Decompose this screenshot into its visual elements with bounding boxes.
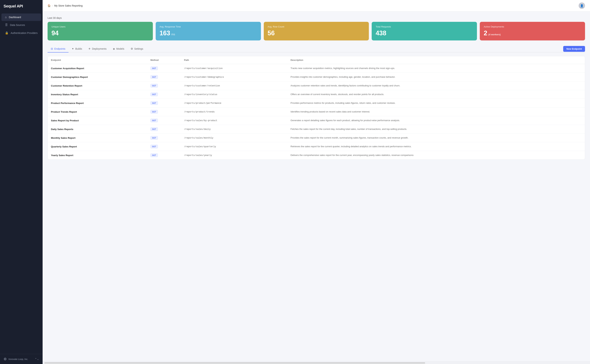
sidebar-footer: ⚙ Innovate Loop, Inc. ⌃⌄ — [0, 354, 43, 364]
table-row[interactable]: Yearly Sales Report GET /reports/sales/y… — [48, 151, 585, 160]
builds-icon: ✦ — [72, 47, 74, 50]
endpoint-method: GET — [147, 64, 181, 73]
endpoint-method: GET — [147, 108, 181, 116]
table-row[interactable]: Quarterly Sales Report GET /reports/sale… — [48, 142, 585, 151]
endpoint-name: Customer Retention Report — [48, 81, 147, 90]
col-header-endpoint: Endpoint — [48, 56, 147, 64]
endpoint-description: Generates a report detailing sales figur… — [287, 116, 585, 125]
col-header-path: Path — [181, 56, 287, 64]
tab-endpoints[interactable]: ⊟ Endpoints — [48, 46, 69, 52]
endpoint-path: /reports/sales/by-product — [181, 116, 287, 125]
endpoint-path: /reports/sales/yearly — [181, 151, 287, 160]
endpoint-path: /reports/sales/quarterly — [181, 142, 287, 151]
endpoint-name: Sales Report by Product — [48, 116, 147, 125]
endpoint-path: /reports/inventory/status — [181, 90, 287, 99]
stat-value: 2 (4 workers) — [484, 29, 581, 37]
new-endpoint-button[interactable]: New Endpoint — [563, 46, 585, 52]
endpoint-path: /reports/product/performance — [181, 99, 287, 108]
endpoints-icon: ⊟ — [51, 47, 53, 50]
endpoint-description: Fetches the sales report for the current… — [287, 125, 585, 134]
endpoint-description: Identifies trending products based on re… — [287, 108, 585, 116]
company-logo-icon: ⚙ — [4, 357, 7, 361]
endpoint-name: Customer Demographics Report — [48, 73, 147, 81]
tab-settings[interactable]: ⚙ Settings — [127, 46, 146, 52]
stat-value: 56 — [268, 29, 365, 37]
period-label: Last 30 days — [48, 17, 585, 19]
sidebar-item-dashboard[interactable]: ⌂ Dashboard — [1, 13, 41, 21]
stat-value: 94 — [52, 29, 149, 37]
sidebar-item-data-sources[interactable]: 🗄 Data Sources — [1, 21, 41, 29]
endpoint-method: GET — [147, 142, 181, 151]
endpoint-name: Yearly Sales Report — [48, 151, 147, 160]
endpoint-method: GET — [147, 81, 181, 90]
table-row[interactable]: Inventory Status Report GET /reports/inv… — [48, 90, 585, 99]
table-row[interactable]: Monthly Sales Report GET /reports/sales/… — [48, 134, 585, 142]
lock-icon: 🔒 — [5, 31, 8, 35]
endpoint-description: Delivers the comprehensive sales report … — [287, 151, 585, 160]
models-icon: ◈ — [113, 47, 115, 50]
tab-builds[interactable]: ✦ Builds — [69, 46, 85, 52]
table-row[interactable]: Sales Report by Product GET /reports/sal… — [48, 116, 585, 125]
table-row[interactable]: Product Performance Report GET /reports/… — [48, 99, 585, 108]
endpoint-description: Tracks new customer acquisition metrics,… — [287, 64, 585, 73]
endpoint-name: Daily Sales Reports — [48, 125, 147, 134]
col-header-method: Method — [147, 56, 181, 64]
col-header-description: Description — [287, 56, 585, 64]
sidebar-nav: ⌂ Dashboard 🗄 Data Sources 🔒 Authenticat… — [0, 12, 43, 354]
avatar[interactable]: 👤 — [579, 2, 585, 9]
endpoint-name: Product Trends Report — [48, 108, 147, 116]
endpoint-path: /reports/product/trends — [181, 108, 287, 116]
table-row[interactable]: Product Trends Report GET /reports/produ… — [48, 108, 585, 116]
sidebar: Sequel API ⌂ Dashboard 🗄 Data Sources 🔒 … — [0, 0, 43, 364]
endpoint-method: GET — [147, 116, 181, 125]
endpoint-method: GET — [147, 125, 181, 134]
table-row[interactable]: Daily Sales Reports GET /reports/sales/d… — [48, 125, 585, 134]
endpoint-method: GET — [147, 90, 181, 99]
database-icon: 🗄 — [5, 23, 8, 27]
main-content: 🏠 › My Store Sales Reporting 👤 Last 30 d… — [43, 0, 590, 364]
endpoint-name: Monthly Sales Report — [48, 134, 147, 142]
endpoint-method: GET — [147, 73, 181, 81]
stat-card-avg-row: Avg. Row Count 56 — [264, 22, 369, 40]
table-row[interactable]: Customer Retention Report GET /reports/c… — [48, 81, 585, 90]
horizontal-scrollbar[interactable] — [43, 362, 590, 364]
stat-value: 438 — [376, 29, 473, 37]
endpoints-table: Endpoint Method Path Description Custome… — [48, 56, 585, 160]
topbar: 🏠 › My Store Sales Reporting 👤 — [43, 0, 590, 12]
table-row[interactable]: Customer Acquisition Report GET /reports… — [48, 64, 585, 73]
breadcrumb: 🏠 › My Store Sales Reporting — [48, 4, 83, 7]
settings-icon: ⚙ — [131, 47, 133, 50]
endpoint-name: Quarterly Sales Report — [48, 142, 147, 151]
breadcrumb-separator: › — [52, 4, 53, 7]
stat-label: Active Deployments — [484, 25, 581, 28]
endpoint-path: /reports/sales/monthly — [181, 134, 287, 142]
table-row[interactable]: Customer Demographics Report GET /report… — [48, 73, 585, 81]
endpoint-name: Product Performance Report — [48, 99, 147, 108]
tab-deployments[interactable]: ✈ Deployments — [85, 46, 110, 52]
endpoint-name: Inventory Status Report — [48, 90, 147, 99]
deployments-icon: ✈ — [88, 47, 91, 50]
dashboard-icon: ⌂ — [5, 16, 7, 19]
endpoint-description: Provides the sales report for the curren… — [287, 134, 585, 142]
endpoint-description: Analyzes customer retention rates and tr… — [287, 81, 585, 90]
sidebar-item-auth-providers[interactable]: 🔒 Authentication Providers — [1, 29, 41, 37]
stat-card-active-deployments: Active Deployments 2 (4 workers) — [480, 22, 585, 40]
endpoint-method: GET — [147, 99, 181, 108]
chevron-up-down-icon: ⌃⌄ — [35, 358, 39, 360]
endpoint-name: Customer Acquisition Report — [48, 64, 147, 73]
stat-label: Avg. Row Count — [268, 25, 365, 28]
endpoint-method: GET — [147, 134, 181, 142]
stat-card-avg-response: Avg. Response Time 163 ms — [156, 22, 261, 40]
company-name: Innovate Loop, Inc. — [8, 358, 28, 360]
tabs-bar: ⊟ Endpoints ✦ Builds ✈ Deployments ◈ Mod… — [48, 46, 585, 52]
home-icon[interactable]: 🏠 — [48, 4, 51, 7]
endpoint-path: /reports/customer/demographics — [181, 73, 287, 81]
sidebar-item-label: Authentication Providers — [11, 32, 38, 34]
scrollbar-thumb[interactable] — [44, 362, 425, 364]
tab-models[interactable]: ◈ Models — [110, 46, 127, 52]
stat-card-unique-users: Unique Users 94 — [48, 22, 153, 40]
endpoint-description: Provides insights into customer demograp… — [287, 73, 585, 81]
sidebar-item-label: Data Sources — [10, 24, 25, 26]
stats-cards: Unique Users 94 Avg. Response Time 163 m… — [48, 22, 585, 40]
endpoint-path: /reports/customer/acquisition — [181, 64, 287, 73]
